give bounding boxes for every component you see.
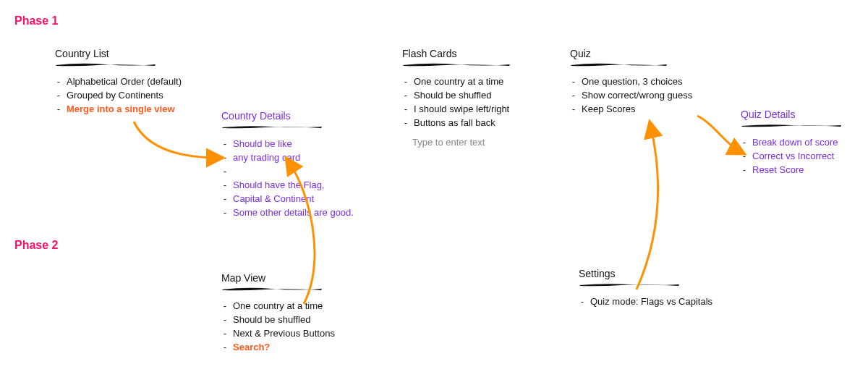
- arrow-quiz-to-quizdetails: [697, 116, 739, 151]
- card-map-view[interactable]: Map View -One country at a time-Should b…: [221, 272, 366, 354]
- list-item-text: Should have the Flag,: [233, 178, 324, 192]
- list-item: -Alphabetical Order (default): [55, 75, 214, 88]
- bullet-dash: -: [570, 88, 577, 102]
- list-item-text: Grouped by Continents: [67, 88, 163, 102]
- list-item: -Some other details are good.: [221, 206, 373, 219]
- list-item-text: Keep Scores: [582, 102, 635, 116]
- bullet-dash: -: [55, 102, 62, 116]
- list-item: -One question, 3 choices: [570, 75, 715, 88]
- list-item-text: Alphabetical Order (default): [67, 75, 182, 88]
- list-item-text: Next & Previous Buttons: [233, 326, 335, 340]
- list-item-text: Show correct/wrong guess: [582, 88, 692, 102]
- list-item: -I should swipe left/right: [402, 102, 540, 116]
- bullet-dash: -: [221, 313, 229, 326]
- bullet-dash: -: [402, 116, 409, 130]
- card-items: -One country at a time-Should be shuffle…: [221, 299, 366, 354]
- card-title: Map View: [221, 272, 366, 284]
- card-items: -Should be like-any trading card--Should…: [221, 137, 373, 219]
- bullet-dash: -: [221, 178, 229, 192]
- list-item-text: Should be shuffled: [414, 88, 491, 102]
- arrow-settings-to-quiz: [637, 127, 658, 289]
- card-title: Quiz Details: [741, 109, 868, 120]
- bullet-dash: -: [402, 75, 409, 88]
- list-item: -Should be shuffled: [402, 88, 540, 102]
- card-title: Flash Cards: [402, 48, 540, 59]
- bullet-dash: -: [55, 88, 62, 102]
- card-quiz[interactable]: Quiz -One question, 3 choices-Show corre…: [570, 48, 715, 116]
- list-item-text: Search?: [233, 340, 270, 354]
- list-item-text: Buttons as fall back: [414, 116, 495, 130]
- card-items: -One question, 3 choices-Show correct/wr…: [570, 75, 715, 116]
- phase-2-label: Phase 2: [14, 239, 58, 252]
- list-item: -One country at a time: [402, 75, 540, 88]
- card-flash-cards[interactable]: Flash Cards -One country at a time-Shoul…: [402, 48, 540, 148]
- bullet-dash: -: [221, 192, 229, 206]
- bullet-dash: -: [221, 164, 229, 178]
- card-country-details[interactable]: Country Details -Should be like-any trad…: [221, 110, 373, 219]
- list-item: -Quiz mode: Flags vs Capitals: [579, 295, 738, 308]
- list-item-text: Quiz mode: Flags vs Capitals: [590, 295, 712, 308]
- list-item-text: Some other details are good.: [233, 206, 354, 219]
- card-items: -Break down of score-Correct vs Incorrec…: [741, 135, 868, 177]
- list-item: -One country at a time: [221, 299, 366, 313]
- bullet-dash: -: [402, 88, 409, 102]
- scribble-underline: [402, 62, 540, 67]
- scribble-underline: [741, 122, 868, 128]
- list-item-text: I should swipe left/right: [414, 102, 509, 116]
- list-item: -Merge into a single view: [55, 102, 214, 116]
- list-item: -Correct vs Incorrect: [741, 149, 868, 163]
- list-item: -Buttons as fall back: [402, 116, 540, 130]
- scribble-underline: [579, 282, 738, 287]
- bullet-dash: -: [221, 340, 229, 354]
- list-item: -Capital & Continent: [221, 192, 373, 206]
- card-title: Settings: [579, 268, 738, 279]
- bullet-dash: -: [221, 151, 229, 164]
- list-item: -Keep Scores: [570, 102, 715, 116]
- scribble-underline: [221, 124, 373, 130]
- list-item-text: Correct vs Incorrect: [752, 149, 834, 163]
- card-title: Quiz: [570, 48, 715, 59]
- list-item-text: Merge into a single view: [67, 102, 175, 116]
- list-item-text: Should be like: [233, 137, 292, 151]
- list-item: -any trading card: [221, 151, 373, 164]
- list-item: -Should be like: [221, 137, 373, 151]
- card-quiz-details[interactable]: Quiz Details -Break down of score-Correc…: [741, 109, 868, 177]
- bullet-dash: -: [741, 163, 748, 177]
- list-item: -Search?: [221, 340, 366, 354]
- scribble-underline: [221, 286, 366, 292]
- list-item: -Next & Previous Buttons: [221, 326, 366, 340]
- arrow-countrylist-to-details: [134, 122, 217, 158]
- phase-1-label: Phase 1: [14, 14, 58, 28]
- list-item: -: [221, 164, 373, 178]
- card-title: Country Details: [221, 110, 373, 122]
- list-item-text: any trading card: [233, 151, 300, 164]
- bullet-dash: -: [221, 206, 229, 219]
- card-items: -Alphabetical Order (default)-Grouped by…: [55, 75, 214, 116]
- list-item-text: Break down of score: [752, 135, 838, 149]
- scribble-underline: [55, 62, 214, 67]
- bullet-dash: -: [570, 75, 577, 88]
- list-item-text: One question, 3 choices: [582, 75, 682, 88]
- card-title: Country List: [55, 48, 214, 59]
- card-country-list[interactable]: Country List -Alphabetical Order (defaul…: [55, 48, 214, 116]
- scribble-underline: [570, 62, 715, 67]
- bullet-dash: -: [570, 102, 577, 116]
- list-item: -Should be shuffled: [221, 313, 366, 326]
- bullet-dash: -: [741, 135, 748, 149]
- bullet-dash: -: [55, 75, 62, 88]
- list-item-text: Should be shuffled: [233, 313, 310, 326]
- list-item: -Show correct/wrong guess: [570, 88, 715, 102]
- placeholder-text[interactable]: Type to enter text: [412, 137, 540, 148]
- bullet-dash: -: [741, 149, 748, 163]
- bullet-dash: -: [579, 295, 586, 308]
- list-item: -Grouped by Continents: [55, 88, 214, 102]
- list-item-text: Capital & Continent: [233, 192, 314, 206]
- list-item-text: One country at a time: [233, 299, 323, 313]
- list-item: -Reset Score: [741, 163, 868, 177]
- bullet-dash: -: [221, 299, 229, 313]
- card-settings[interactable]: Settings -Quiz mode: Flags vs Capitals: [579, 268, 738, 308]
- card-items: -Quiz mode: Flags vs Capitals: [579, 295, 738, 308]
- card-items: -One country at a time-Should be shuffle…: [402, 75, 540, 130]
- list-item: -Should have the Flag,: [221, 178, 373, 192]
- bullet-dash: -: [221, 326, 229, 340]
